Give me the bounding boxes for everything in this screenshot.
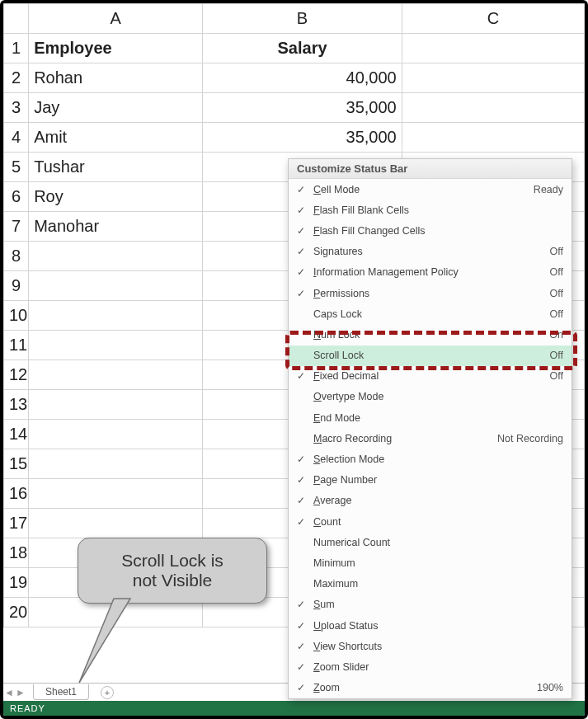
status-bar[interactable]: READY — [3, 701, 585, 716]
callout-tail-icon — [78, 595, 143, 686]
cell-A2[interactable]: Rohan — [29, 63, 203, 93]
add-sheet-button[interactable]: + — [101, 686, 114, 699]
check-icon: ✓ — [294, 641, 308, 652]
customize-status-bar-menu[interactable]: Customize Status Bar ✓Cell ModeReady✓Fla… — [288, 158, 572, 699]
cell-B3[interactable]: 35,000 — [203, 93, 402, 123]
column-header-row: A B C — [4, 4, 585, 34]
ctx-item[interactable]: Scroll LockOff — [289, 345, 572, 366]
row-header-16[interactable]: 16 — [4, 479, 29, 509]
callout-line2: not Visible — [133, 571, 213, 590]
check-icon: ✓ — [294, 225, 308, 237]
callout-body: Scroll Lock is not Visible — [78, 538, 267, 604]
ctx-item[interactable]: ✓Fixed DecimalOff — [289, 366, 572, 387]
row-header-8[interactable]: 8 — [4, 242, 29, 271]
ctx-item[interactable]: ✓SignaturesOff — [289, 242, 572, 262]
check-icon: ✓ — [294, 661, 308, 673]
row-header-17[interactable]: 17 — [4, 509, 29, 538]
row-header-11[interactable]: 11 — [4, 331, 29, 360]
ctx-item[interactable]: ✓Page Number — [289, 470, 572, 491]
ctx-item[interactable]: ✓Cell ModeReady — [289, 179, 572, 200]
ctx-item-value: Not Recording — [497, 433, 563, 444]
check-icon: ✓ — [294, 266, 308, 278]
row-header-1[interactable]: 1 — [4, 34, 29, 63]
cell-A7[interactable]: Manohar — [29, 212, 203, 242]
ctx-item[interactable]: ✓Sum — [289, 594, 572, 615]
check-icon: ✓ — [294, 246, 308, 257]
ctx-item-value: Off — [550, 308, 563, 320]
tab-nav-prev-icon[interactable]: ◄ — [3, 687, 15, 698]
cell-A5[interactable]: Tushar — [29, 153, 203, 182]
ctx-item-label: Caps Lock — [308, 308, 550, 320]
ctx-item[interactable]: ✓Upload Status — [289, 615, 572, 636]
ctx-item-label: Upload Status — [308, 620, 563, 632]
row-header-19[interactable]: 19 — [4, 568, 29, 598]
ctx-item[interactable]: ✓Zoom Slider — [289, 656, 572, 677]
check-icon: ✓ — [294, 288, 308, 299]
row-header-7[interactable]: 7 — [4, 212, 29, 242]
sheet-tab-sheet1[interactable]: Sheet1 — [33, 684, 89, 700]
ctx-item[interactable]: ✓Flash Fill Changed Cells — [289, 220, 572, 241]
ctx-item-label: Numerical Count — [308, 537, 563, 548]
row-header-18[interactable]: 18 — [4, 538, 29, 568]
row-header-9[interactable]: 9 — [4, 271, 29, 301]
callout-line1: Scroll Lock is — [121, 551, 223, 570]
ctx-item-value: Ready — [534, 184, 563, 195]
col-header-A[interactable]: A — [29, 4, 203, 34]
ctx-item[interactable]: Minimum — [289, 552, 572, 573]
ctx-item[interactable]: Numerical Count — [289, 532, 572, 552]
ctx-item-label: Zoom Slider — [308, 661, 563, 673]
row-header-5[interactable]: 5 — [4, 153, 29, 182]
ctx-item-label: Fixed Decimal — [308, 370, 550, 382]
row-header-20[interactable]: 20 — [4, 598, 29, 627]
ctx-item-value: Off — [550, 246, 563, 257]
row-header-4[interactable]: 4 — [4, 123, 29, 153]
cell-B2[interactable]: 40,000 — [203, 63, 402, 93]
ctx-item[interactable]: Num LockOn — [289, 324, 572, 345]
check-icon: ✓ — [294, 620, 308, 632]
status-ready-label: READY — [10, 703, 45, 713]
row-header-10[interactable]: 10 — [4, 301, 29, 331]
tab-nav-next-icon[interactable]: ► — [15, 687, 26, 698]
ctx-item[interactable]: Maximum — [289, 574, 572, 594]
row-header-14[interactable]: 14 — [4, 420, 29, 449]
cell-C2[interactable] — [402, 63, 584, 93]
cell-B1[interactable]: Salary — [203, 34, 402, 63]
cell-A1[interactable]: Employee — [29, 34, 203, 63]
check-icon: ✓ — [294, 370, 308, 382]
ctx-item[interactable]: ✓Information Management PolicyOff — [289, 262, 572, 283]
cell-C4[interactable] — [402, 123, 584, 153]
ctx-item[interactable]: End Mode — [289, 407, 572, 428]
row-header-12[interactable]: 12 — [4, 360, 29, 390]
row-header-6[interactable]: 6 — [4, 182, 29, 212]
row-header-13[interactable]: 13 — [4, 390, 29, 420]
cell-B4[interactable]: 35,000 — [203, 123, 402, 153]
ctx-item-label: Average — [308, 495, 563, 506]
cell-A6[interactable]: Roy — [29, 182, 203, 212]
ctx-item[interactable]: ✓View Shortcuts — [289, 636, 572, 656]
ctx-item[interactable]: ✓Count — [289, 511, 572, 532]
col-header-B[interactable]: B — [203, 4, 402, 34]
ctx-item-label: Flash Fill Changed Cells — [308, 225, 563, 237]
ctx-item[interactable]: Macro RecordingNot Recording — [289, 428, 572, 449]
row-header-2[interactable]: 2 — [4, 63, 29, 93]
ctx-item[interactable]: ✓PermissionsOff — [289, 283, 572, 303]
cell-C3[interactable] — [402, 93, 584, 123]
ctx-item-value: On — [549, 329, 563, 341]
ctx-item[interactable]: ✓Flash Fill Blank Cells — [289, 200, 572, 220]
ctx-item[interactable]: Overtype Mode — [289, 387, 572, 407]
cell-A3[interactable]: Jay — [29, 93, 203, 123]
ctx-item-label: Sum — [308, 599, 563, 610]
ctx-item[interactable]: ✓Zoom190% — [289, 678, 572, 698]
ctx-item-label: Cell Mode — [308, 184, 534, 195]
select-all-corner[interactable] — [4, 4, 29, 34]
row-header-15[interactable]: 15 — [4, 449, 29, 479]
ctx-item[interactable]: ✓Selection Mode — [289, 449, 572, 469]
cell-A4[interactable]: Amit — [29, 123, 203, 153]
col-header-C[interactable]: C — [402, 4, 584, 34]
ctx-item[interactable]: ✓Average — [289, 491, 572, 511]
cell-C1[interactable] — [402, 34, 584, 63]
row-header-3[interactable]: 3 — [4, 93, 29, 123]
ctx-item-label: Minimum — [308, 557, 563, 569]
context-menu-title: Customize Status Bar — [289, 159, 572, 179]
ctx-item[interactable]: Caps LockOff — [289, 303, 572, 324]
